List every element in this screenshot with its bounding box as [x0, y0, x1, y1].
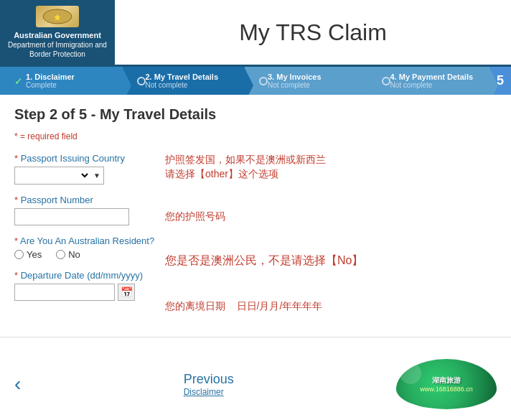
gov-logo: ⭐ Australian Government Department of Im…: [0, 0, 115, 65]
progress-step-4[interactable]: 4. My Payment Details Not complete: [367, 67, 490, 95]
resident-label: * Are You An Australian Resident?: [14, 235, 497, 246]
departure-date-label: * Departure Date (dd/mm/yyyy): [14, 270, 497, 281]
dept-name: Department of Immigration and Border Pro…: [6, 40, 109, 59]
logo-text: Australian Government Department of Immi…: [6, 30, 109, 59]
step-2-text: 2. My Travel Details Not complete: [146, 73, 219, 89]
calendar-button[interactable]: 📅: [118, 284, 135, 301]
main-content: Step 2 of 5 - My Travel Details * = requ…: [0, 95, 511, 322]
progress-step-1[interactable]: ✓ 1. Disclaimer Complete: [0, 67, 123, 95]
required-note: * = required field: [14, 131, 497, 141]
logo-emblem: ⭐: [36, 6, 79, 27]
dropdown-arrow-icon: ▼: [90, 172, 103, 179]
progress-step-2[interactable]: 2. My Travel Details Not complete: [123, 67, 245, 95]
progress-step-3[interactable]: 3. My Invoices Not complete: [245, 67, 367, 95]
resident-yes-radio[interactable]: [14, 250, 24, 259]
passport-number-input[interactable]: [14, 208, 129, 225]
circle-icon-3: [259, 77, 268, 85]
circle-icon-4: [382, 77, 390, 85]
footer-divider: [0, 337, 511, 337]
departure-date-wrapper: 📅: [14, 284, 497, 301]
travel-details-form: * Passport Issuing Country Australia New…: [14, 153, 497, 301]
previous-label: Previous: [184, 372, 234, 387]
check-icon: ✓: [14, 75, 23, 87]
resident-row: * Are You An Australian Resident? Yes No: [14, 235, 497, 260]
departure-date-row: * Departure Date (dd/mm/yyyy) 📅: [14, 270, 497, 301]
step-title: Step 2 of 5 - My Travel Details: [14, 106, 497, 123]
passport-country-select-wrapper[interactable]: Australia New Zealand other ▼: [14, 167, 104, 185]
svg-text:⭐: ⭐: [54, 14, 61, 21]
disclaimer-link[interactable]: Disclaimer: [184, 387, 234, 397]
page-title: My TRS Claim: [115, 12, 511, 53]
departure-date-input[interactable]: [14, 284, 115, 301]
progress-bar: ✓ 1. Disclaimer Complete 2. My Travel De…: [0, 67, 511, 95]
watermark-decoration: [400, 363, 421, 384]
previous-button[interactable]: ‹: [14, 374, 21, 394]
passport-number-label: * Passport Number: [14, 195, 497, 205]
annotation-departure-date: 您的离境日期 日日/月月/年年年年: [165, 300, 322, 313]
resident-yes-label[interactable]: Yes: [14, 249, 42, 260]
resident-radio-group: Yes No: [14, 249, 497, 260]
footer-nav: ‹ Previous Disclaimer 湖南旅游 www.16816886.…: [0, 352, 511, 416]
passport-country-select[interactable]: Australia New Zealand other: [15, 167, 90, 184]
passport-country-label: * Passport Issuing Country: [14, 153, 497, 164]
watermark-url: www.16816886.cn: [420, 386, 473, 393]
passport-number-row: * Passport Number: [14, 195, 497, 225]
watermark-logo: 湖南旅游 www.16816886.cn: [396, 359, 497, 409]
header: ⭐ Australian Government Department of Im…: [0, 0, 511, 67]
previous-button[interactable]: Previous: [184, 372, 234, 387]
prev-btn-text: Previous Disclaimer: [184, 372, 234, 397]
passport-country-row: * Passport Issuing Country Australia New…: [14, 153, 497, 185]
resident-no-label[interactable]: No: [56, 249, 80, 260]
step-4-text: 4. My Payment Details Not complete: [390, 73, 474, 89]
resident-no-radio[interactable]: [56, 250, 65, 259]
circle-icon-2: [137, 77, 146, 85]
chevron-left-icon: ‹: [14, 374, 21, 394]
step-3-text: 3. My Invoices Not complete: [268, 73, 322, 89]
step-1-text: 1. Disclaimer Complete: [26, 73, 75, 89]
watermark-text: 湖南旅游: [432, 375, 461, 386]
gov-name: Australian Government: [6, 30, 109, 40]
